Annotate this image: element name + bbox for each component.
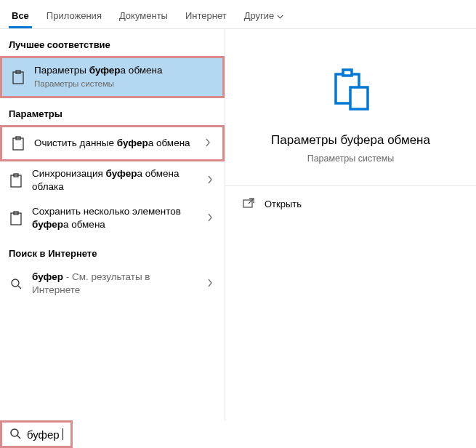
chevron-down-icon — [277, 10, 283, 21]
chevron-right-icon — [207, 278, 213, 289]
result-text: буфер - См. результаты в Интернете — [32, 271, 198, 297]
search-input[interactable]: буфер — [27, 428, 62, 441]
clipboard-icon — [11, 70, 25, 84]
clipboard-icon — [9, 173, 23, 188]
result-text: Синхронизация буфера обмена облака — [32, 167, 198, 193]
clipboard-large-icon — [326, 65, 376, 119]
chevron-right-icon — [205, 137, 211, 149]
svg-line-9 — [18, 286, 21, 289]
tab-more-label: Другие — [244, 10, 275, 21]
open-icon — [243, 198, 254, 210]
text-cursor — [62, 428, 63, 440]
result-save-clipboard-items[interactable]: Сохранить несколько элементов буфера обм… — [0, 199, 225, 237]
result-sync-clipboard[interactable]: Синхронизация буфера обмена облака — [0, 161, 225, 199]
section-web-search: Поиск в Интернете — [0, 238, 225, 265]
svg-line-14 — [249, 199, 254, 204]
svg-rect-11 — [343, 70, 352, 76]
svg-rect-12 — [350, 87, 368, 109]
search-box[interactable]: буфер — [0, 420, 73, 448]
result-clear-clipboard[interactable]: Очистить данные буфера обмена — [0, 125, 225, 161]
search-icon — [9, 428, 21, 441]
clipboard-icon — [11, 136, 25, 151]
tab-apps[interactable]: Приложения — [44, 6, 105, 28]
svg-point-8 — [12, 279, 19, 287]
tab-more[interactable]: Другие — [241, 6, 287, 28]
section-best-match: Лучшее соответствие — [0, 29, 225, 56]
tab-all[interactable]: Все — [9, 6, 32, 28]
result-best-match[interactable]: Параметры буфера обмена Параметры систем… — [0, 56, 225, 98]
result-text: Параметры буфера обмена Параметры систем… — [34, 64, 214, 90]
clipboard-icon — [9, 211, 23, 225]
chevron-right-icon — [207, 212, 213, 224]
open-action[interactable]: Открыть — [225, 185, 476, 222]
svg-point-15 — [11, 429, 18, 436]
detail-subtitle: Параметры системы — [307, 153, 395, 164]
search-icon — [9, 278, 23, 289]
section-settings: Параметры — [0, 98, 225, 125]
detail-panel: Параметры буфера обмена Параметры систем… — [225, 29, 476, 420]
svg-line-16 — [17, 436, 20, 439]
tab-web[interactable]: Интернет — [182, 6, 230, 28]
tab-documents[interactable]: Документы — [116, 6, 171, 28]
result-web-search[interactable]: буфер - См. результаты в Интернете — [0, 265, 225, 303]
search-tabs: Все Приложения Документы Интернет Другие — [0, 0, 476, 29]
chevron-right-icon — [207, 175, 213, 186]
detail-title: Параметры буфера обмена — [257, 133, 445, 148]
open-label: Открыть — [265, 199, 302, 209]
result-text: Сохранить несколько элементов буфера обм… — [32, 205, 198, 231]
result-text: Очистить данные буфера обмена — [34, 137, 196, 150]
results-panel: Лучшее соответствие Параметры буфера обм… — [0, 29, 225, 420]
